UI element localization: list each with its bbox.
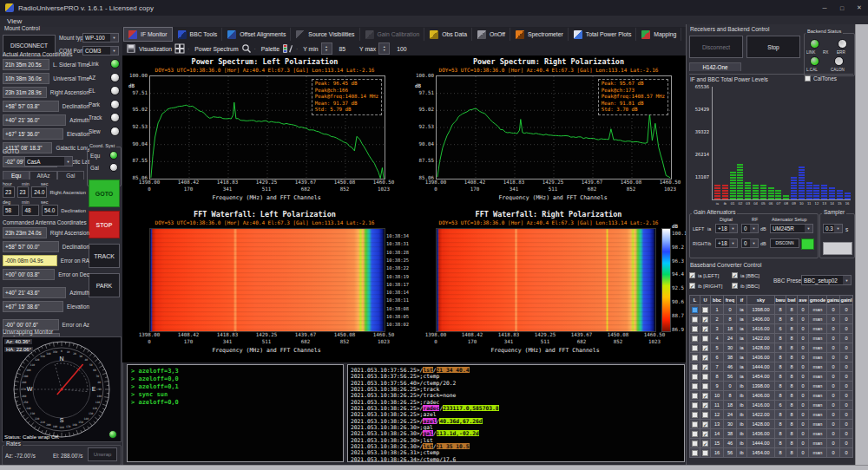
usb-checkbox[interactable] xyxy=(702,307,708,313)
row-select-checkbox[interactable] xyxy=(692,383,698,389)
goto-input[interactable]: 23 xyxy=(17,186,30,198)
row-select-checkbox[interactable] xyxy=(692,402,698,408)
goto-input[interactable]: 48 xyxy=(22,205,38,216)
row-select-checkbox[interactable] xyxy=(692,441,698,447)
bbc-cell[interactable] xyxy=(690,305,700,315)
bbc-cell[interactable]: ✓ xyxy=(700,324,711,334)
usb-checkbox[interactable]: ✓ xyxy=(702,402,708,408)
bbc-checkbox-iaLEFT[interactable]: ✓ia [LEFT] xyxy=(689,272,719,278)
bbc-checkbox-ibRIGHT[interactable]: ✓ib [RIGHT] xyxy=(689,283,722,289)
row-select-checkbox[interactable] xyxy=(692,336,698,342)
menu-view[interactable]: View xyxy=(0,17,29,25)
bbc-cell[interactable]: ✓ xyxy=(700,401,711,410)
palette-icon[interactable] xyxy=(282,43,293,54)
bbc-cell[interactable]: ✓ xyxy=(700,315,711,324)
bbc-cell[interactable] xyxy=(690,362,700,372)
bbc-cell[interactable] xyxy=(690,429,700,439)
usb-checkbox[interactable]: ✓ xyxy=(702,317,708,323)
bbc-table-row[interactable]: ✓530ia1428.00880man00 xyxy=(690,343,853,353)
bbc-table-row[interactable]: 424ia1422.00880man00 xyxy=(690,334,853,343)
backend-disconnect-button[interactable]: Disconnect xyxy=(689,36,743,58)
goto-input[interactable]: 54.0 xyxy=(42,205,58,216)
bbc-cell[interactable] xyxy=(690,420,700,429)
minimize-button[interactable]: ─ xyxy=(816,0,833,16)
ymax-stepper[interactable]: ▲▼ xyxy=(378,42,390,55)
row-select-checkbox[interactable] xyxy=(692,317,698,323)
bbc-tools-button[interactable]: BBC Tools xyxy=(174,28,223,41)
row-select-checkbox[interactable] xyxy=(692,355,698,361)
source-visibilities-button[interactable]: Source Visibilities xyxy=(292,28,359,41)
tab-equ[interactable]: Equ xyxy=(3,171,30,180)
usb-checkbox[interactable] xyxy=(702,450,708,456)
bbc-cell[interactable] xyxy=(700,334,711,343)
bbc-cell[interactable]: ✓ xyxy=(700,439,711,448)
monitor-log[interactable]: 2021.053.10:37:56.25>/lst/21 34 40.42021… xyxy=(347,364,685,462)
checkbox-icon[interactable]: ✓ xyxy=(689,272,695,278)
row-select-checkbox[interactable] xyxy=(692,364,698,370)
bbc-cell[interactable]: ✓ xyxy=(700,343,711,353)
bbc-cell[interactable] xyxy=(690,315,700,324)
row-select-checkbox[interactable] xyxy=(692,326,698,332)
total-power-plots-button[interactable]: Total Power Plots xyxy=(569,28,637,41)
goto-button[interactable]: GOTO xyxy=(89,180,120,207)
row-select-checkbox[interactable] xyxy=(692,393,698,399)
left-digital-select[interactable]: +18▼ xyxy=(715,224,738,233)
bbc-table-row[interactable]: ✓318ia1416.00680man00 xyxy=(690,324,853,334)
checkbox-icon[interactable]: ✓ xyxy=(732,283,738,289)
usb-checkbox[interactable] xyxy=(702,336,708,342)
bbc-table-row[interactable]: 90ib1398.00880man00 xyxy=(690,382,853,391)
command-terminal[interactable]: > azeloff=3,3> azeloff=0,0> azeloff=0,1>… xyxy=(127,364,344,462)
bbc-cell[interactable] xyxy=(690,410,700,420)
down-arrow-icon[interactable]: ▼ xyxy=(383,49,385,52)
bbc-table-row[interactable]: ✓1438ib1436.00880man00 xyxy=(690,429,853,439)
spectrometer-button[interactable]: Spectrometer xyxy=(511,28,569,41)
usb-checkbox[interactable]: ✓ xyxy=(702,326,708,332)
bbc-cell[interactable] xyxy=(690,343,700,353)
usb-checkbox[interactable] xyxy=(702,374,708,380)
bbc-cell[interactable]: ✓ xyxy=(700,429,711,439)
magnifier-icon[interactable] xyxy=(241,43,252,54)
stop-button[interactable]: STOP xyxy=(89,211,120,238)
bbc-table-row[interactable]: ✓1118ib1416.00680man00 xyxy=(690,401,853,410)
bbc-cell[interactable] xyxy=(690,401,700,410)
track-button[interactable]: TRACK xyxy=(89,244,120,268)
bbc-cell[interactable]: ✓ xyxy=(700,362,711,372)
tab-gal[interactable]: Gal xyxy=(57,171,84,180)
bbc-cell[interactable]: ✓ xyxy=(700,353,711,362)
bbc-cell[interactable] xyxy=(700,448,711,458)
com-port-select[interactable]: COM3▼ xyxy=(82,46,119,55)
row-select-checkbox[interactable] xyxy=(692,307,698,313)
bbc-cell[interactable] xyxy=(700,410,711,420)
bbc-cell[interactable] xyxy=(690,382,700,391)
mapping-button[interactable]: Mapping xyxy=(637,28,681,41)
ymin-stepper[interactable]: ▲▼ xyxy=(321,42,332,55)
onoff-button[interactable]: OnOff xyxy=(473,28,510,41)
row-select-checkbox[interactable] xyxy=(692,412,698,418)
right-rf-select[interactable]: 0▼ xyxy=(741,238,759,248)
attenuator-setup-select[interactable]: UM245R▼ xyxy=(770,224,813,233)
bbc-table-row[interactable]: 10ia1398.00880man00 xyxy=(690,305,853,315)
close-button[interactable]: ✕ xyxy=(851,0,868,16)
down-arrow-icon[interactable]: ▼ xyxy=(325,49,327,52)
maximize-button[interactable]: □ xyxy=(833,0,851,16)
unwrap-button[interactable]: Unwrap xyxy=(88,447,117,461)
bbc-preset-select[interactable]: BBC_setup02▼ xyxy=(801,275,852,285)
usb-checkbox[interactable]: ✓ xyxy=(702,393,708,399)
goto-input[interactable]: 24.0 xyxy=(31,186,47,198)
usb-checkbox[interactable]: ✓ xyxy=(702,345,708,351)
goto-input[interactable]: 23 xyxy=(3,186,15,198)
plot-type-label[interactable]: Power Spectrum xyxy=(194,46,238,52)
tab-h142-one[interactable]: H142-One xyxy=(689,62,741,71)
bbc-cell[interactable] xyxy=(690,353,700,362)
row-select-checkbox[interactable] xyxy=(692,374,698,380)
usb-checkbox[interactable] xyxy=(702,412,708,418)
coord-syst-row[interactable]: Equ xyxy=(90,151,118,160)
checkbox-icon[interactable] xyxy=(805,75,811,82)
bbc-cell[interactable] xyxy=(690,448,700,458)
bbc-cell[interactable] xyxy=(700,382,711,391)
usb-checkbox[interactable]: ✓ xyxy=(702,421,708,428)
bbc-checkbox-ibBBC[interactable]: ✓ib [BBC] xyxy=(732,283,760,289)
left-rf-select[interactable]: 0▼ xyxy=(741,224,759,233)
goto-input[interactable]: 58 xyxy=(3,205,19,216)
usb-checkbox[interactable]: ✓ xyxy=(702,431,708,437)
